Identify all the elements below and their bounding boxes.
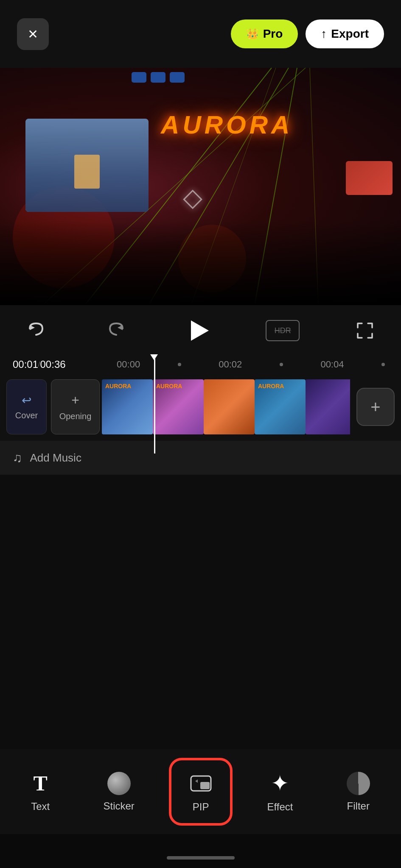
marker-2: 00:04 xyxy=(286,359,378,370)
playhead-line xyxy=(154,356,155,453)
close-button[interactable]: ✕ xyxy=(17,18,49,50)
svg-rect-15 xyxy=(200,782,210,789)
opening-clip-label: Opening xyxy=(59,412,92,421)
redo-icon xyxy=(106,320,127,341)
dot-marker-3 xyxy=(381,363,385,366)
hdr-badge: HDR xyxy=(266,320,300,341)
add-clip-icon: + xyxy=(370,398,380,417)
thumb-4-text: AURORA xyxy=(258,383,284,389)
clip-track: ↩ Cover + Opening AURORA AURORA AURORA + xyxy=(0,373,401,441)
svg-marker-13 xyxy=(191,320,209,341)
stage-screen xyxy=(25,119,149,212)
thumb-2[interactable]: AURORA xyxy=(153,379,204,434)
music-track[interactable]: ♫ Add Music xyxy=(0,441,401,475)
diamond-logo: ◇ xyxy=(183,182,202,212)
video-background: AURORA ◇ xyxy=(0,68,401,305)
play-button[interactable] xyxy=(182,314,216,348)
undo-icon xyxy=(25,320,47,341)
timeline-bar: 00:01 / 00:36 00:00 00:02 00:04 xyxy=(0,356,401,373)
thumb-1-text: AURORA xyxy=(105,383,131,389)
add-clip-button[interactable]: + xyxy=(356,388,395,426)
filter-tool-icon xyxy=(347,772,370,795)
total-time: 00:36 xyxy=(40,359,66,370)
controls-bar: HDR xyxy=(0,305,401,356)
dark-area xyxy=(0,475,401,783)
undo-button[interactable] xyxy=(21,316,51,345)
effect-tool-icon: ✦ xyxy=(271,771,289,796)
marker-1: 00:02 xyxy=(185,359,276,370)
pip-tool-icon xyxy=(188,771,213,796)
top-bar: ✕ 👑 Pro ↑ Export xyxy=(0,0,401,68)
cover-clip[interactable]: ↩ Cover xyxy=(6,379,47,434)
marker-0: 00:00 xyxy=(83,359,174,370)
fullscreen-button[interactable] xyxy=(350,316,380,345)
thumb-2-text: AURORA xyxy=(156,383,182,389)
svg-rect-10 xyxy=(170,72,185,83)
home-indicator xyxy=(167,856,235,860)
filter-tool[interactable]: Filter xyxy=(334,763,383,821)
export-label: Export xyxy=(331,27,369,41)
add-music-label: Add Music xyxy=(30,451,81,465)
stage-lights-top xyxy=(127,68,255,110)
dot-marker-1 xyxy=(178,363,181,366)
pip-icon-svg xyxy=(189,772,213,795)
svg-rect-9 xyxy=(151,72,165,83)
text-tool[interactable]: T Text xyxy=(18,762,62,821)
crown-icon: 👑 xyxy=(246,28,259,40)
pro-label: Pro xyxy=(263,27,283,41)
pip-tool[interactable]: PIP xyxy=(175,762,226,821)
text-tool-label: Text xyxy=(31,801,50,812)
effect-tool[interactable]: ✦ Effect xyxy=(255,762,306,821)
text-tool-icon: T xyxy=(33,771,47,796)
filter-tool-label: Filter xyxy=(347,800,370,812)
crowd-silhouette xyxy=(0,220,401,305)
thumb-4[interactable]: AURORA xyxy=(255,379,306,434)
pip-tool-label: PIP xyxy=(193,801,209,813)
fullscreen-icon xyxy=(354,320,376,341)
thumb-1[interactable]: AURORA xyxy=(102,379,153,434)
pro-button[interactable]: 👑 Pro xyxy=(231,19,298,48)
export-icon: ↑ xyxy=(321,27,327,41)
video-preview: AURORA ◇ xyxy=(0,68,401,305)
svg-marker-11 xyxy=(30,325,35,330)
sticker-tool-icon xyxy=(107,772,131,795)
redo-button[interactable] xyxy=(101,316,131,345)
playhead-triangle xyxy=(150,354,158,360)
current-time: 00:01 xyxy=(13,359,38,370)
close-icon: ✕ xyxy=(28,27,38,42)
sticker-tool[interactable]: Sticker xyxy=(91,763,147,821)
video-thumbnails: AURORA AURORA AURORA xyxy=(102,379,350,434)
effect-tool-label: Effect xyxy=(267,801,293,813)
opening-clip[interactable]: + Opening xyxy=(51,379,100,434)
opening-plus-icon: + xyxy=(71,392,79,408)
export-button[interactable]: ↑ Export xyxy=(306,19,384,48)
bottom-toolbar: T Text Sticker PIP ✦ Effect Filter xyxy=(0,749,401,834)
svg-rect-8 xyxy=(132,72,146,83)
sticker-tool-label: Sticker xyxy=(104,800,135,812)
play-icon xyxy=(186,318,211,343)
cover-clip-label: Cover xyxy=(15,411,38,420)
aurora-stage-text: AURORA xyxy=(161,110,293,139)
thumb-3[interactable] xyxy=(204,379,255,434)
top-right-actions: 👑 Pro ↑ Export xyxy=(231,19,384,48)
hdr-label: HDR xyxy=(275,326,291,335)
thumb-5[interactable] xyxy=(306,379,350,434)
svg-marker-12 xyxy=(118,325,123,330)
cover-clip-icon: ↩ xyxy=(22,393,31,407)
music-note-icon: ♫ xyxy=(13,451,22,465)
dot-marker-2 xyxy=(280,363,283,366)
timeline-markers: 00:00 00:02 00:04 xyxy=(83,359,388,370)
mini-screen xyxy=(346,161,393,195)
